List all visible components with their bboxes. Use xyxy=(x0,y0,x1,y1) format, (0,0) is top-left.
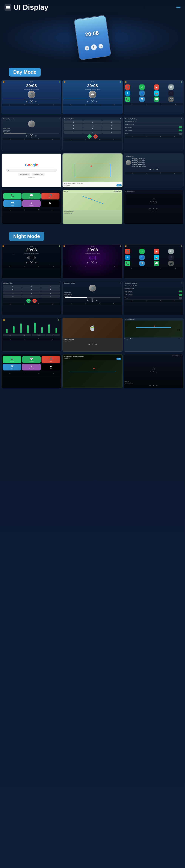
night-next-1[interactable]: ⏭ xyxy=(35,262,36,264)
social-play[interactable]: ⏸ xyxy=(153,168,154,170)
app-music[interactable]: 🎵 xyxy=(125,85,130,90)
prev-icon-2[interactable]: ⏮ xyxy=(87,101,89,103)
night-auto-answer-toggle[interactable] xyxy=(179,290,182,292)
night-pad-star[interactable]: * xyxy=(3,295,22,298)
np-prev[interactable]: ⏮ xyxy=(149,208,151,210)
night-app-phone[interactable]: 📞 xyxy=(125,261,130,266)
night-next-2[interactable]: ⏭ xyxy=(96,262,98,264)
app-more[interactable]: ⋯ xyxy=(168,91,174,96)
night-play-2[interactable]: ⏸ xyxy=(91,261,94,264)
night-app-settings[interactable]: ⚙ xyxy=(168,249,174,254)
night-bt-next[interactable]: ⏭ xyxy=(96,299,98,301)
pad-8[interactable]: 8 xyxy=(83,127,102,130)
app-messages[interactable]: 💬 xyxy=(154,96,159,102)
auto-answer-toggle[interactable] xyxy=(179,126,182,128)
go-button[interactable]: GO xyxy=(116,184,122,186)
night-play-1[interactable]: ⏸ xyxy=(30,261,33,264)
next-icon-1[interactable]: ⏭ xyxy=(35,101,36,103)
night-app-spotify[interactable]: ♫ xyxy=(139,249,144,254)
night-power-toggle[interactable] xyxy=(179,297,182,299)
night-pad-9[interactable]: 9 xyxy=(41,291,60,294)
night-prev-2[interactable]: ⏮ xyxy=(87,262,89,264)
night-pad-1[interactable]: 1 xyxy=(3,285,22,288)
np-next[interactable]: ⏭ xyxy=(156,208,158,210)
night-app-music[interactable]: 🎵 xyxy=(125,249,130,254)
cp-messages[interactable]: 💬Messages xyxy=(22,193,41,199)
night-pad-hash[interactable]: # xyxy=(41,295,60,298)
night-auto-connect-toggle[interactable] xyxy=(179,294,182,296)
auto-connect-toggle[interactable] xyxy=(179,129,182,131)
night-app-bt[interactable]: 🔵 xyxy=(139,255,144,260)
prev-icon-1[interactable]: ⏮ xyxy=(26,101,28,103)
pad-2[interactable]: 2 xyxy=(83,121,102,123)
eq-preset-2[interactable]: EQ2 xyxy=(17,334,31,336)
app-settings[interactable]: ⚙ xyxy=(168,85,174,90)
night-app-maps[interactable]: 🗺 xyxy=(139,261,144,266)
pad-1[interactable]: 1 xyxy=(64,121,83,123)
night-np-prev[interactable]: ⏮ xyxy=(149,384,151,386)
night-np-play[interactable]: ▶ xyxy=(153,384,154,386)
night-pad-5[interactable]: 5 xyxy=(22,288,41,291)
play-btn[interactable]: ⏸ xyxy=(90,44,97,50)
night-bt-play[interactable]: ⏸ xyxy=(91,298,94,302)
night-cp-music[interactable]: 🎵Music xyxy=(42,356,60,363)
night-pad-0[interactable]: 0 xyxy=(22,295,41,298)
night-app-youtube[interactable]: ▶ xyxy=(154,249,159,254)
eq-preset-4[interactable]: EQ4 xyxy=(46,334,60,336)
google-search-bar[interactable]: 🔍 xyxy=(6,169,57,172)
eq-preset-3[interactable]: EQ3 xyxy=(32,334,46,336)
google-search-btn[interactable]: Google Search xyxy=(18,173,30,176)
eq-preset-1[interactable]: EQ1 xyxy=(3,334,17,336)
night-cp-phone[interactable]: 📞Phone xyxy=(3,356,21,363)
play-icon-1[interactable]: ⏸ xyxy=(30,100,33,103)
food-play[interactable]: ⏸ xyxy=(91,343,94,345)
prev-btn[interactable]: ⏮ xyxy=(84,45,89,51)
end-call-btn[interactable]: 📵 xyxy=(94,134,98,138)
next-btn[interactable]: ⏭ xyxy=(98,44,103,49)
night-bt-prev[interactable]: ⏮ xyxy=(87,299,89,301)
np-play[interactable]: ▶ xyxy=(153,208,154,210)
night-pad-6[interactable]: 6 xyxy=(41,288,60,291)
cp-appletv[interactable]: ▶TV xyxy=(41,200,59,207)
bt-play[interactable]: ⏸ xyxy=(30,134,33,137)
play-icon-2[interactable]: ⏸ xyxy=(91,100,94,103)
cp-phone[interactable]: 📞Phone xyxy=(3,193,22,199)
food-next[interactable]: ⏭ xyxy=(95,343,97,345)
night-cp-podcast[interactable]: 🎙Podcast xyxy=(22,364,41,370)
menu-icon[interactable] xyxy=(4,4,11,11)
power-toggle[interactable] xyxy=(179,133,182,134)
lines-icon[interactable] xyxy=(176,6,181,9)
night-call-btn[interactable]: 📞 xyxy=(26,299,31,303)
pad-7[interactable]: 7 xyxy=(64,127,83,130)
app-youtube[interactable]: ▶ xyxy=(154,85,159,90)
cp-music[interactable]: 🎵Music xyxy=(41,193,59,199)
app-waze[interactable]: 🚗 xyxy=(154,91,159,96)
night-cp-maps[interactable]: 🗺Maps xyxy=(3,364,21,370)
night-cp-tv[interactable]: ▶TV xyxy=(42,364,60,370)
night-end-btn[interactable]: 📵 xyxy=(32,299,36,303)
app-maps[interactable]: 🗺 xyxy=(139,96,144,102)
app-bt[interactable]: 🔵 xyxy=(139,91,144,96)
bt-next[interactable]: ⏭ xyxy=(35,135,36,137)
night-pad-3[interactable]: 3 xyxy=(41,285,60,288)
pad-hash[interactable]: # xyxy=(102,131,121,134)
night-app-messages[interactable]: 💬 xyxy=(154,261,159,266)
night-pad-7[interactable]: 7 xyxy=(3,291,22,294)
app-spotify[interactable]: ♫ xyxy=(139,85,144,90)
food-prev[interactable]: ⏮ xyxy=(88,343,90,345)
pad-6[interactable]: 6 xyxy=(102,124,121,127)
app-camera[interactable]: 📷 xyxy=(168,96,174,102)
night-pad-8[interactable]: 8 xyxy=(22,291,41,294)
social-next[interactable]: ⏭ xyxy=(156,168,158,170)
cp-maps[interactable]: 🗺Maps xyxy=(3,200,22,207)
night-app-waze[interactable]: 🚗 xyxy=(154,255,159,260)
bt-prev[interactable]: ⏮ xyxy=(26,135,28,137)
pad-0[interactable]: 0 xyxy=(83,131,102,134)
night-pad-2[interactable]: 2 xyxy=(22,285,41,288)
night-app-camera[interactable]: 📷 xyxy=(168,261,174,266)
night-app-more[interactable]: ⋯ xyxy=(168,255,174,260)
pad-4[interactable]: 4 xyxy=(64,124,83,127)
cp-podcast[interactable]: 🎙Podcast xyxy=(22,200,41,207)
app-phone[interactable]: 📞 xyxy=(125,96,130,102)
pad-5[interactable]: 5 xyxy=(83,124,102,127)
